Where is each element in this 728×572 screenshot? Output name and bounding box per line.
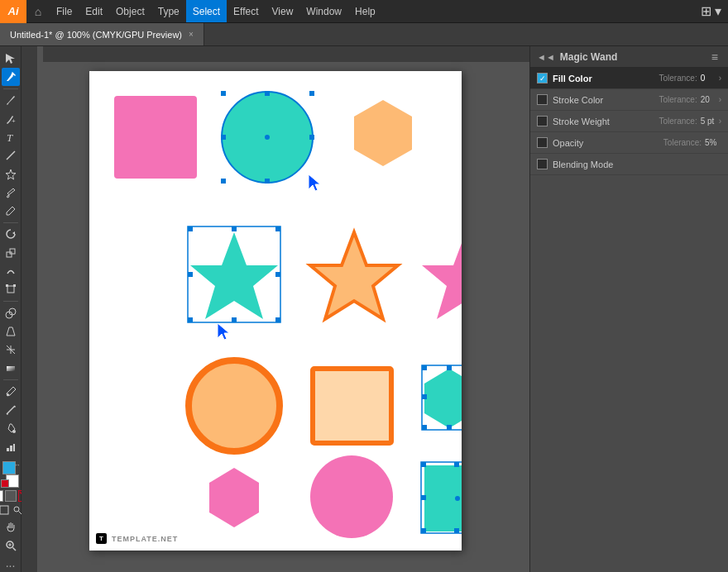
tool-paintbrush[interactable] <box>2 184 20 201</box>
menu-type[interactable]: Type <box>151 0 186 22</box>
svg-point-87 <box>455 496 460 501</box>
stroke-color-tolerance-value: 20 <box>701 95 717 104</box>
artboard[interactable]: T TEMPLATE.NET <box>89 71 462 551</box>
svg-rect-40 <box>221 135 226 140</box>
blending-mode-row[interactable]: Blending Mode <box>530 154 728 175</box>
active-tab[interactable]: Untitled-1* @ 100% (CMYK/GPU Preview) × <box>0 23 204 45</box>
svg-text:+: + <box>12 117 16 125</box>
svg-marker-74 <box>209 468 259 527</box>
tool-shape-builder[interactable] <box>2 304 20 322</box>
gradient-box-icon[interactable] <box>5 490 17 502</box>
watermark: T TEMPLATE.NET <box>96 533 178 544</box>
stroke-weight-checkbox[interactable] <box>537 116 548 126</box>
tab-close-button[interactable]: × <box>189 30 194 39</box>
tool-pen[interactable] <box>2 92 20 109</box>
svg-rect-37 <box>221 91 226 96</box>
tool-direct-select[interactable] <box>2 68 20 85</box>
svg-line-31 <box>12 548 16 551</box>
svg-marker-59 <box>310 232 398 319</box>
tool-select[interactable] <box>2 50 20 67</box>
stroke-color-checkbox[interactable] <box>537 94 548 105</box>
separator <box>3 88 18 89</box>
tool-eyedropper[interactable] <box>2 383 20 400</box>
menu-edit[interactable]: Edit <box>79 0 109 22</box>
menu-items: File Edit Object Type Select Effect View… <box>50 0 382 22</box>
tool-mesh[interactable] <box>2 341 20 359</box>
home-icon[interactable]: ⌂ <box>26 0 50 23</box>
tool-perspective[interactable] <box>2 322 20 340</box>
svg-rect-78 <box>454 462 459 467</box>
menu-help[interactable]: Help <box>348 0 382 22</box>
ai-logo: Ai <box>0 0 26 23</box>
none-color-icon[interactable] <box>1 479 9 488</box>
opacity-row[interactable]: Opacity Tolerance: 5% <box>530 132 728 154</box>
tool-warp[interactable] <box>2 262 20 279</box>
opacity-tolerance-label: Tolerance: <box>663 138 702 147</box>
stroke-weight-expand-arrow[interactable]: › <box>719 117 721 126</box>
menu-effect[interactable]: Effect <box>227 0 265 22</box>
tool-paint-bucket[interactable] <box>2 420 20 437</box>
menu-file[interactable]: File <box>50 0 79 22</box>
svg-rect-77 <box>421 462 426 467</box>
menu-window[interactable]: Window <box>299 0 348 22</box>
fill-expand-arrow[interactable]: › <box>719 74 721 83</box>
tool-scale[interactable] <box>2 244 20 261</box>
tool-measure[interactable] <box>2 402 20 419</box>
svg-rect-62 <box>313 369 391 443</box>
workspace-switcher[interactable]: ⊞ ▾ <box>701 3 721 19</box>
svg-text:T: T <box>7 131 13 143</box>
magic-wand-panel: ◄◄ Magic Wand ≡ Fill Color Tolerance: 0 … <box>529 46 728 572</box>
menu-object[interactable]: Object <box>109 0 151 22</box>
menu-select[interactable]: Select <box>186 0 227 22</box>
svg-rect-50 <box>232 226 237 231</box>
tool-hand[interactable] <box>2 518 20 536</box>
tool-free-transform[interactable] <box>2 281 20 298</box>
left-toolbar: + T <box>0 46 22 572</box>
svg-point-22 <box>12 430 16 433</box>
svg-rect-27 <box>0 506 8 514</box>
svg-rect-51 <box>275 226 280 231</box>
svg-rect-9 <box>6 284 8 287</box>
toolbar-more-options[interactable]: ··· <box>6 559 16 572</box>
fill-tolerance-label: Tolerance: <box>659 74 697 83</box>
stroke-color-expand-arrow[interactable]: › <box>719 95 721 104</box>
color-box-icon[interactable] <box>0 490 3 502</box>
tool-add-anchor[interactable]: + <box>2 110 20 127</box>
svg-rect-10 <box>13 284 16 287</box>
svg-rect-69 <box>422 425 427 430</box>
svg-rect-23 <box>7 448 9 451</box>
svg-rect-67 <box>422 394 427 399</box>
opacity-checkbox[interactable] <box>537 137 548 148</box>
stroke-color-row[interactable]: Stroke Color Tolerance: 20 › <box>530 89 728 111</box>
panel-menu-button[interactable]: ≡ <box>711 50 718 64</box>
tool-gradient[interactable] <box>2 360 20 377</box>
tool-zoom-tool[interactable] <box>2 537 20 555</box>
menu-view[interactable]: View <box>266 0 300 22</box>
svg-marker-13 <box>7 327 15 336</box>
fill-color-checkbox[interactable] <box>537 73 548 83</box>
panel-title-area: ◄◄ Magic Wand <box>537 51 617 63</box>
panel-pin-icon[interactable]: ◄◄ <box>537 52 555 62</box>
svg-marker-60 <box>422 232 462 319</box>
tool-star[interactable] <box>2 165 20 183</box>
blending-mode-label: Blending Mode <box>553 160 721 169</box>
panel-title: Magic Wand <box>560 51 618 63</box>
tool-type[interactable]: T <box>2 128 20 145</box>
tool-bar-graph[interactable] <box>2 438 20 455</box>
tool-line[interactable] <box>2 147 20 164</box>
svg-rect-39 <box>309 91 314 96</box>
svg-point-18 <box>7 393 9 396</box>
fill-color-row[interactable]: Fill Color Tolerance: 0 › <box>530 68 728 89</box>
tool-pencil[interactable] <box>2 202 20 219</box>
stroke-weight-row[interactable]: Stroke Weight Tolerance: 5 pt › <box>530 111 728 132</box>
svg-rect-65 <box>447 365 452 370</box>
tool-rotate[interactable] <box>2 226 20 243</box>
swap-colors-icon[interactable]: ↔ <box>14 461 21 469</box>
svg-rect-6 <box>7 252 12 257</box>
watermark-text: TEMPLATE.NET <box>112 535 178 543</box>
tool-change-screen[interactable] <box>0 504 10 516</box>
svg-rect-24 <box>10 446 12 451</box>
blending-mode-checkbox[interactable] <box>537 159 548 169</box>
stroke-weight-tolerance-value: 5 pt <box>701 117 717 126</box>
svg-rect-34 <box>114 96 197 179</box>
